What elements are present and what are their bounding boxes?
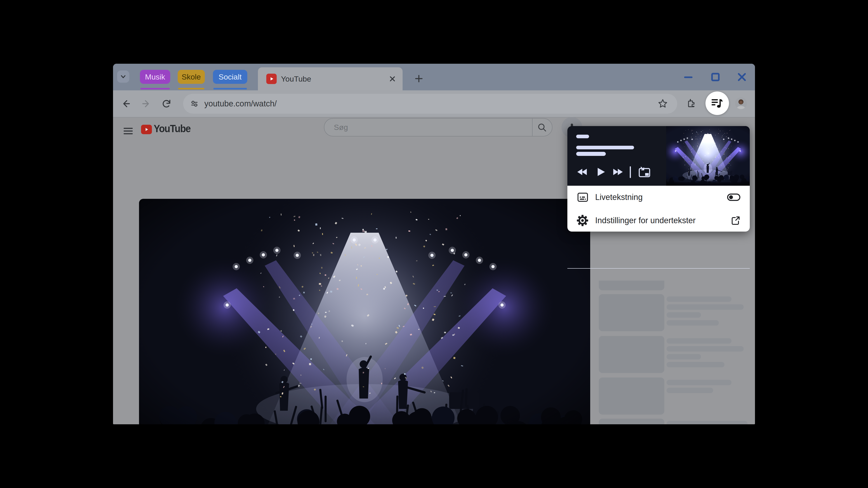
- youtube-logo-icon[interactable]: [141, 125, 152, 134]
- minimize-button[interactable]: [684, 72, 693, 82]
- skeleton-thumbnail: [599, 336, 664, 373]
- skeleton-text-bar: [666, 346, 744, 352]
- bookmark-star-icon[interactable]: [657, 98, 668, 109]
- youtube-logo-text[interactable]: YouTube: [154, 123, 191, 135]
- search-input[interactable]: Søg: [324, 118, 553, 136]
- skeleton-text-bar: [666, 362, 724, 367]
- caption-settings-label: Indstillinger for undertekster: [595, 216, 695, 225]
- skeleton-text-bar: [666, 380, 732, 385]
- media-session-card: [567, 126, 750, 186]
- maximize-button[interactable]: [711, 72, 720, 82]
- row-divider: [567, 268, 750, 269]
- tab-group-socialt[interactable]: Socialt: [213, 70, 247, 84]
- back-icon[interactable]: [121, 98, 131, 109]
- controls-divider: [630, 166, 631, 178]
- media-thumbnail: [666, 126, 750, 186]
- live-caption-toggle[interactable]: [727, 193, 741, 201]
- browser-toolbar: youtube.com/watch/: [113, 90, 755, 118]
- extensions-icon[interactable]: [686, 98, 697, 109]
- skeleton-thumbnail: [599, 294, 664, 331]
- external-link-icon: [730, 215, 741, 226]
- live-caption-icon: [577, 192, 588, 202]
- caption-settings-row[interactable]: Indstillinger for undertekster: [567, 209, 750, 232]
- media-controls-button[interactable]: [706, 92, 729, 115]
- address-bar[interactable]: youtube.com/watch/: [183, 94, 677, 113]
- video-player[interactable]: Afspilles på et fjernsyn i stuen: [139, 199, 590, 424]
- caption-options-panel: Livetekstning: [567, 186, 750, 232]
- picture-in-picture-icon[interactable]: [638, 166, 651, 178]
- tab-youtube[interactable]: YouTube: [258, 67, 403, 90]
- skeleton-thumbnail-partial: [599, 281, 664, 290]
- tab-group-underline-skole: [178, 88, 204, 90]
- skeleton-text-bar: [666, 320, 719, 326]
- site-settings-icon[interactable]: [189, 98, 200, 109]
- menu-hamburger-icon[interactable]: [123, 127, 133, 135]
- search-icon[interactable]: [537, 122, 547, 133]
- tab-strip: Musik Skole Socialt YouTube: [113, 64, 755, 90]
- tab-title: YouTube: [281, 67, 311, 90]
- play-icon[interactable]: [596, 166, 606, 177]
- skeleton-text-bar: [666, 354, 701, 359]
- tab-group-underline-musik: [141, 88, 170, 90]
- youtube-favicon-icon: [266, 74, 277, 84]
- search-divider: [532, 119, 532, 136]
- tab-search-button[interactable]: [117, 70, 129, 83]
- skeleton-thumbnail: [599, 378, 664, 415]
- skeleton-text-bar: [666, 388, 713, 393]
- skeleton-text-bar: [666, 304, 744, 310]
- tab-group-underline-socialt: [213, 88, 247, 90]
- chevron-down-icon: [120, 73, 127, 80]
- queue-music-icon: [711, 98, 723, 109]
- live-caption-label: Livetekstning: [595, 193, 643, 202]
- previous-track-icon[interactable]: [577, 166, 588, 177]
- media-controls-popup: Livetekstning: [567, 126, 750, 232]
- gear-icon: [577, 215, 588, 226]
- skeleton-text-bar: [666, 312, 701, 318]
- browser-window: Musik Skole Socialt YouTube: [113, 64, 755, 424]
- close-window-button[interactable]: [737, 72, 747, 82]
- tab-close-icon[interactable]: [389, 75, 396, 83]
- skeleton-text-bar: [666, 296, 732, 302]
- url-text: youtube.com/watch/: [204, 99, 277, 108]
- new-tab-button[interactable]: [414, 74, 423, 83]
- skeleton-thumbnail: [599, 419, 664, 424]
- live-caption-row[interactable]: Livetekstning: [567, 186, 750, 208]
- next-track-icon[interactable]: [612, 166, 624, 177]
- skeleton-text-bar: [666, 338, 732, 344]
- skeleton-text-bar: [666, 421, 747, 424]
- forward-icon[interactable]: [141, 98, 151, 109]
- tab-group-skole[interactable]: Skole: [178, 70, 205, 84]
- tab-group-musik[interactable]: Musik: [140, 70, 170, 84]
- profile-avatar[interactable]: [735, 97, 747, 109]
- reload-icon[interactable]: [161, 98, 172, 109]
- search-placeholder: Søg: [334, 119, 348, 136]
